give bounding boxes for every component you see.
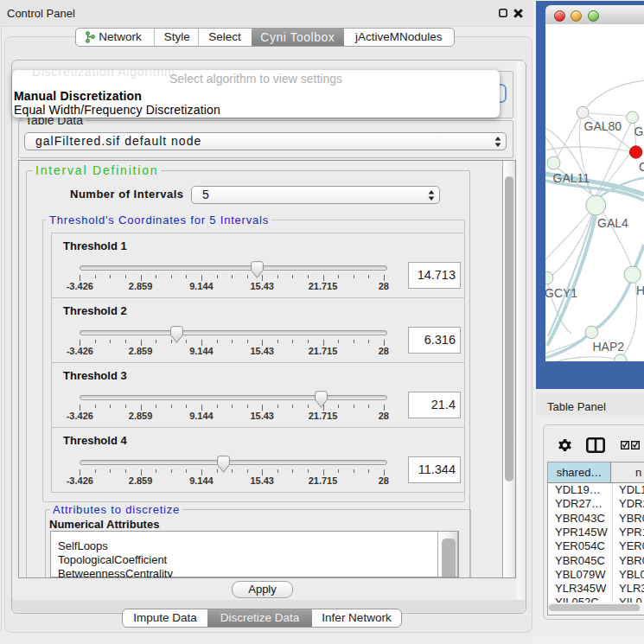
svg-text:HAP2: HAP2 (593, 340, 625, 354)
svg-text:CY: CY (639, 160, 644, 174)
svg-text:GAL80: GAL80 (584, 119, 622, 133)
svg-text:GAL4: GAL4 (597, 216, 628, 230)
svg-text:GA: GA (634, 124, 644, 138)
svg-text:GAL11: GAL11 (553, 171, 590, 185)
svg-text:HA: HA (636, 284, 644, 297)
svg-text:GCY1: GCY1 (545, 286, 577, 300)
